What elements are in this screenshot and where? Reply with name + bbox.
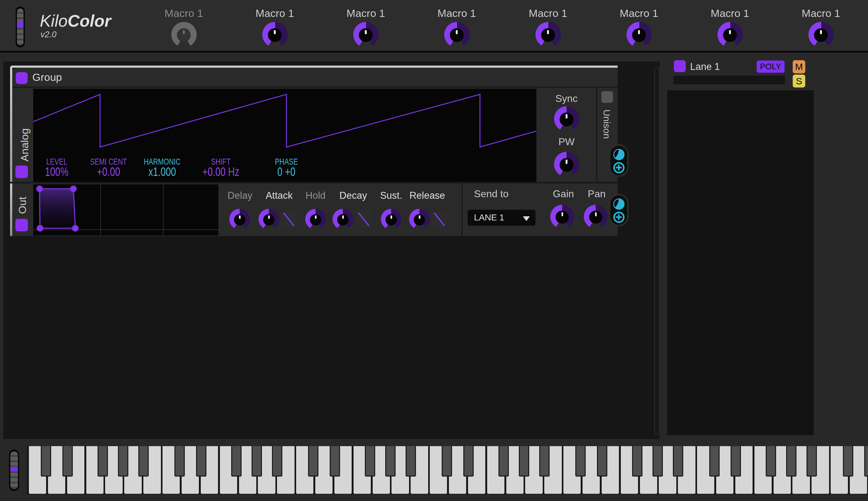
svg-text:Unison: Unison <box>602 109 612 139</box>
svg-text:Out: Out <box>16 196 28 214</box>
